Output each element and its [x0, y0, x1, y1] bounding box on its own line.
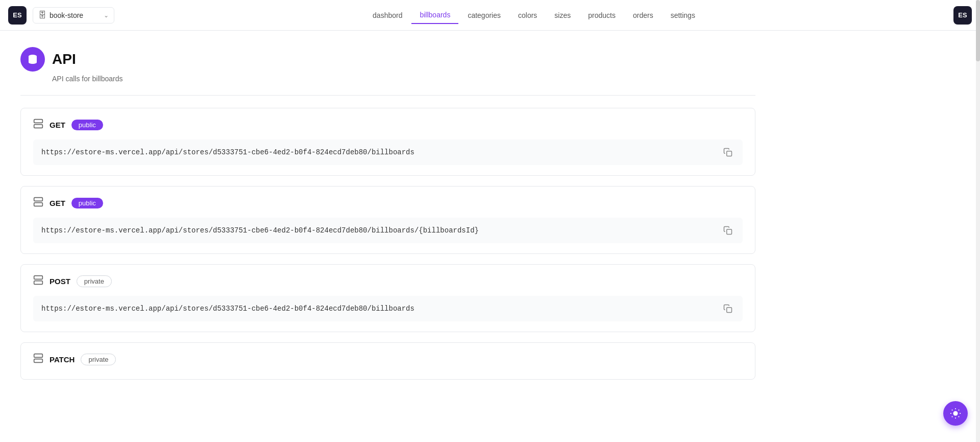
- svg-rect-10: [727, 229, 732, 235]
- nav-item-categories[interactable]: categories: [459, 7, 509, 24]
- copy-button-3[interactable]: [721, 302, 734, 315]
- api-url-text-2: https://estore-ms.vercel.app/api/stores/…: [41, 226, 715, 235]
- api-url-text-3: https://estore-ms.vercel.app/api/stores/…: [41, 305, 715, 313]
- scrollbar-thumb[interactable]: [976, 0, 980, 61]
- api-url-row-3: https://estore-ms.vercel.app/api/stores/…: [33, 296, 743, 321]
- page-icon: [20, 47, 45, 72]
- nav-item-dashboard[interactable]: dashbord: [364, 7, 410, 24]
- svg-rect-6: [34, 198, 43, 201]
- api-method-1: GET: [50, 121, 65, 129]
- page-title: API: [52, 51, 76, 67]
- nav-item-billboards[interactable]: billboards: [411, 7, 458, 24]
- user-avatar[interactable]: ES: [953, 6, 972, 25]
- api-method-2: GET: [50, 199, 65, 207]
- nav-item-colors[interactable]: colors: [510, 7, 545, 24]
- server-icon-4: [33, 353, 43, 366]
- svg-rect-1: [34, 120, 43, 123]
- svg-rect-7: [34, 203, 43, 206]
- api-url-text-1: https://estore-ms.vercel.app/api/stores/…: [41, 148, 715, 156]
- svg-rect-12: [34, 281, 43, 285]
- divider: [20, 95, 755, 96]
- theme-toggle-button[interactable]: [943, 401, 968, 406]
- copy-button-2[interactable]: [721, 224, 734, 237]
- chevron-down-icon: ⌄: [104, 12, 109, 19]
- nav-item-sizes[interactable]: sizes: [546, 7, 579, 24]
- api-card-1-header: GET public: [33, 119, 743, 131]
- scrollbar[interactable]: [976, 0, 980, 406]
- topbar: ES 🗄 book-store ⌄ dashbord billboards ca…: [0, 0, 980, 31]
- api-card-1: GET public https://estore-ms.vercel.app/…: [20, 108, 755, 176]
- main-nav: dashbord billboards categories colors si…: [364, 7, 703, 24]
- svg-rect-2: [34, 125, 43, 128]
- server-icon-3: [33, 275, 43, 288]
- api-badge-2: public: [71, 198, 103, 208]
- copy-button-1[interactable]: [721, 146, 734, 159]
- api-card-4: PATCH private: [20, 342, 755, 380]
- database-icon: [27, 53, 39, 65]
- svg-rect-16: [34, 354, 43, 358]
- store-name: book-store: [50, 11, 83, 19]
- api-badge-1: public: [71, 120, 103, 130]
- api-method-4: PATCH: [50, 355, 75, 364]
- api-url-row-2: https://estore-ms.vercel.app/api/stores/…: [33, 218, 743, 243]
- api-card-3-header: POST private: [33, 275, 743, 288]
- app-logo: ES: [8, 6, 27, 25]
- page-subtitle: API calls for billboards: [52, 75, 755, 83]
- svg-rect-15: [727, 308, 732, 313]
- api-card-3: POST private https://estore-ms.vercel.ap…: [20, 264, 755, 332]
- page-header: API: [20, 47, 755, 72]
- nav-item-orders[interactable]: orders: [625, 7, 662, 24]
- store-selector[interactable]: 🗄 book-store ⌄: [33, 7, 114, 24]
- api-method-3: POST: [50, 277, 70, 286]
- api-card-2: GET public https://estore-ms.vercel.app/…: [20, 186, 755, 254]
- nav-item-products[interactable]: products: [580, 7, 624, 24]
- api-card-4-header: PATCH private: [33, 353, 743, 366]
- api-card-2-header: GET public: [33, 197, 743, 210]
- server-icon-1: [33, 119, 43, 131]
- api-badge-4: private: [81, 354, 116, 365]
- api-url-row-1: https://estore-ms.vercel.app/api/stores/…: [33, 139, 743, 165]
- page-content: API API calls for billboards GET public …: [0, 31, 776, 406]
- store-icon: 🗄: [38, 11, 46, 20]
- api-badge-3: private: [77, 275, 112, 287]
- svg-rect-11: [34, 276, 43, 280]
- server-icon-2: [33, 197, 43, 210]
- nav-item-settings[interactable]: settings: [663, 7, 703, 24]
- svg-rect-17: [34, 359, 43, 363]
- svg-rect-5: [727, 151, 732, 156]
